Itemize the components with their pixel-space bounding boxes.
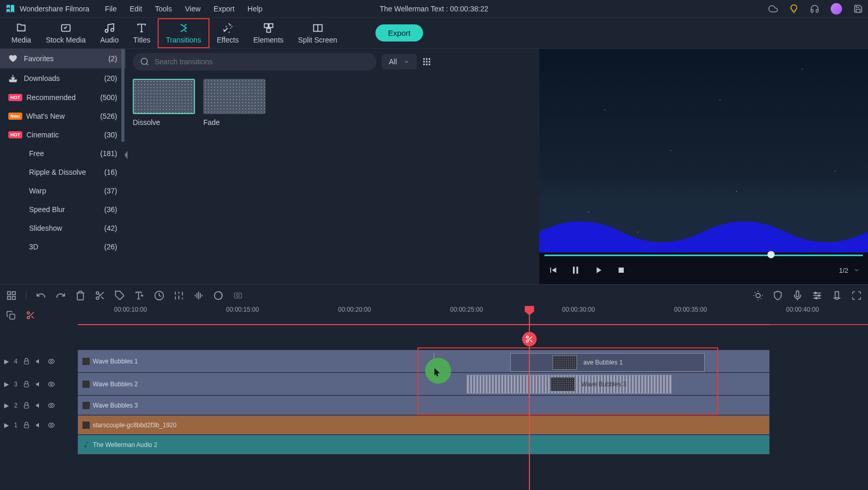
cursor-icon	[435, 368, 441, 376]
lightbulb-icon[interactable]	[789, 4, 799, 13]
playhead-cut-button[interactable]	[522, 332, 537, 346]
menu-file[interactable]: File	[105, 5, 117, 13]
save-icon[interactable]	[853, 4, 863, 13]
eye-icon[interactable]	[48, 381, 55, 388]
mic-icon[interactable]	[792, 290, 803, 301]
redo-icon[interactable]	[55, 290, 66, 301]
speaker-icon[interactable]	[35, 402, 43, 409]
chevron-down-icon	[403, 59, 410, 65]
cloud-icon[interactable]	[768, 4, 778, 13]
export-button[interactable]: Export	[375, 24, 423, 41]
eye-icon[interactable]	[48, 358, 55, 365]
tab-stock-media[interactable]: Stock Media	[38, 18, 93, 48]
sidebar-item-3d[interactable]: 3D (26)	[0, 237, 125, 256]
undo-icon[interactable]	[36, 290, 46, 301]
transition-dissolve[interactable]: Dissolve	[133, 79, 195, 127]
transition-fade[interactable]: Fade	[203, 79, 265, 127]
video-clip[interactable]: Wave Bubbles 3	[78, 396, 769, 415]
play-icon[interactable]	[593, 265, 604, 275]
mixer-icon[interactable]	[812, 290, 822, 301]
track-header[interactable]: ▶ 2	[0, 396, 78, 415]
track-header[interactable]: ▶ 1	[0, 415, 78, 435]
content-area: Favorites (2) Downloads (20) HOT Recomme…	[0, 49, 868, 284]
lock-icon[interactable]	[23, 402, 30, 409]
copy-icon[interactable]	[6, 311, 16, 320]
sidebar-item-whats-new[interactable]: New What's New (526)	[0, 107, 125, 125]
delete-icon[interactable]	[75, 290, 86, 301]
menu-help[interactable]: Help	[247, 5, 262, 13]
sidebar-item-downloads[interactable]: Downloads (20)	[0, 68, 125, 88]
track-content[interactable]: Wave Bubbles 3	[78, 396, 769, 415]
lock-icon[interactable]	[23, 381, 30, 388]
menu-export[interactable]: Export	[214, 5, 234, 13]
playhead[interactable]	[529, 306, 530, 490]
scissors-ruler-icon[interactable]	[26, 311, 35, 320]
track-content[interactable]: The Wellerman Audio 2	[78, 435, 769, 454]
zoom-control[interactable]: 1/2	[839, 267, 860, 274]
track-header[interactable]: ▶ 4	[0, 350, 78, 372]
menu-edit[interactable]: Edit	[130, 5, 142, 13]
text-add-icon[interactable]	[134, 290, 145, 301]
stop-icon[interactable]	[616, 265, 626, 275]
cut-icon[interactable]	[95, 290, 105, 301]
sidebar-scrollbar[interactable]	[121, 49, 124, 142]
prev-frame-icon[interactable]	[548, 265, 558, 275]
sidebar-item-speed-blur[interactable]: Speed Blur (36)	[0, 200, 125, 219]
tab-split-screen[interactable]: Split Screen	[291, 18, 344, 48]
lock-icon[interactable]	[23, 422, 30, 429]
sidebar-item-ripple[interactable]: Ripple & Dissolve (16)	[0, 163, 125, 181]
progress-handle[interactable]	[767, 251, 775, 258]
support-icon[interactable]	[810, 4, 819, 13]
time-ruler[interactable]: 00:00:10:00 00:00:15:00 00:00:20:00 00:0…	[78, 306, 868, 327]
tab-titles[interactable]: Titles	[126, 18, 158, 48]
sidebar-item-slideshow[interactable]: Slideshow (42)	[0, 219, 125, 237]
adjust-icon[interactable]	[174, 290, 184, 301]
tag-icon[interactable]	[115, 290, 125, 301]
transition-preview-clip-1[interactable]: ave Bubbles 1	[510, 353, 705, 372]
sidebar-item-favorites[interactable]: Favorites (2)	[0, 49, 125, 68]
search-input[interactable]	[155, 58, 369, 66]
track-content[interactable]: starscouple-gc8bbd2f3b_1920	[78, 415, 769, 435]
speaker-icon[interactable]	[35, 422, 43, 429]
sidebar-item-recommended[interactable]: HOT Recommended (500)	[0, 88, 125, 107]
preview-video[interactable]	[539, 49, 868, 253]
track-header[interactable]	[0, 435, 78, 454]
shield-icon[interactable]	[773, 290, 783, 301]
menu-tools[interactable]: Tools	[155, 5, 172, 13]
search-box[interactable]	[133, 53, 376, 71]
tab-transitions[interactable]: Transitions	[158, 18, 209, 48]
grid-view-icon[interactable]	[422, 57, 431, 66]
eye-icon[interactable]	[48, 402, 55, 409]
sidebar-item-free[interactable]: Free (181)	[0, 144, 125, 163]
avatar[interactable]	[831, 3, 842, 15]
tab-elements[interactable]: Elements	[246, 18, 290, 48]
audio-clip[interactable]: The Wellerman Audio 2	[78, 435, 769, 454]
transition-preview-clip-2[interactable]: Wave Bubbles 3	[467, 375, 671, 394]
chromakey-icon[interactable]	[233, 290, 243, 301]
tab-effects[interactable]: Effects	[209, 18, 246, 48]
audio-equalizer-icon[interactable]	[193, 290, 204, 301]
filter-dropdown[interactable]: All	[382, 54, 417, 69]
tab-audio[interactable]: Audio	[93, 18, 126, 48]
sidebar-item-cinematic[interactable]: HOT Cinematic (30)	[0, 125, 125, 144]
grid-toggle-icon[interactable]	[6, 290, 17, 301]
marker-icon[interactable]	[832, 290, 842, 301]
svg-point-53	[27, 312, 30, 314]
image-clip[interactable]: starscouple-gc8bbd2f3b_1920	[78, 415, 769, 435]
collapse-left-icon[interactable]	[123, 150, 129, 160]
fullscreen-icon[interactable]	[851, 290, 862, 301]
menu-view[interactable]: View	[185, 5, 201, 13]
render-icon[interactable]	[753, 290, 763, 301]
color-icon[interactable]	[213, 290, 223, 301]
speed-icon[interactable]	[154, 290, 164, 301]
tab-media[interactable]: Media	[4, 18, 38, 48]
lock-icon[interactable]	[23, 358, 30, 365]
sidebar-item-warp[interactable]: Warp (37)	[0, 181, 125, 200]
pause-icon[interactable]	[570, 265, 581, 275]
speaker-icon[interactable]	[35, 358, 43, 365]
track-header[interactable]: ▶ 3	[0, 373, 78, 395]
eye-icon[interactable]	[48, 422, 55, 429]
progress-bar[interactable]	[539, 253, 868, 258]
speaker-icon[interactable]	[35, 381, 43, 388]
music-note-icon	[82, 441, 90, 449]
